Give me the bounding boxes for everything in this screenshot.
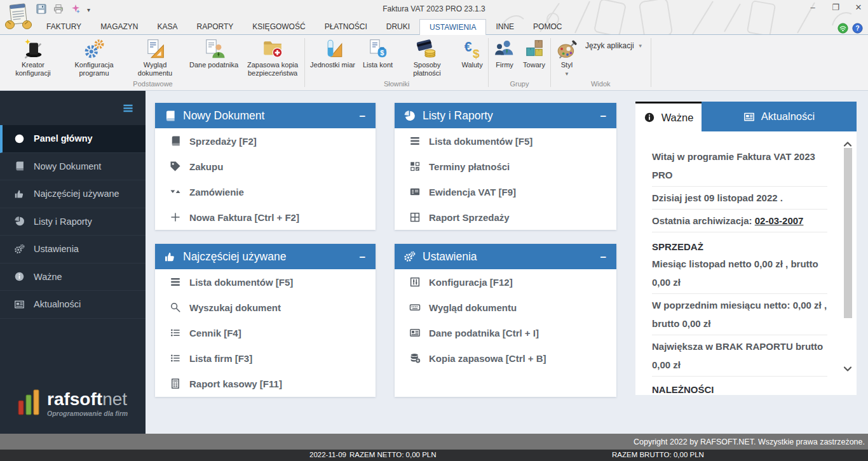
tab-platnosci[interactable]: PŁATNOŚCI [315,19,377,34]
goods-icon [524,38,545,60]
item-dane-podatnika[interactable]: Dane podatnika [Ctrl + I] [395,320,616,345]
dashboard-icon [14,133,25,144]
sidebar-item-ustawienia[interactable]: Ustawienia [0,236,146,264]
rafsoft-logo: rafsoftnet Oprogramowanie dla firm [0,388,146,434]
copyright-bar: Copyright 2022 by RAFSOFT.NET. Wszystkie… [0,434,868,450]
sidebar-item-panel-glowny[interactable]: Panel główny [0,125,146,153]
item-lista-firm[interactable]: Lista firm [F3] [155,345,376,371]
towary-button[interactable]: Towary [519,36,549,69]
tab-aktualnosci[interactable]: Aktualności [702,102,857,131]
item-nowa-faktura[interactable]: Nowa Faktura [Ctrl + F2] [155,204,376,230]
group-label-grupy: Grupy [490,80,549,90]
vat-card-icon [409,186,421,197]
item-zakupu[interactable]: Zakupu [155,154,376,179]
chevron-down-icon: ▼ [638,41,643,49]
item-zamowienie[interactable]: Zamówienie [155,179,376,204]
kreator-konfiguracji-button[interactable]: Kreator konfiguracji [3,36,64,77]
scroll-up-icon[interactable] [843,139,852,147]
ribbon-separator [550,38,551,87]
book-icon [164,110,176,122]
ribbon-button-label: Towary [523,61,545,69]
sales-line: Miesiąc listopad netto 0,00 zł , brutto … [652,253,827,294]
sidebar-item-najczesciej-uzywane[interactable]: Najczęściej używane [0,180,146,208]
sidebar-item-listy-i-raporty[interactable]: Listy i Raporty [0,208,146,236]
styl-button[interactable]: Styl▼ [552,36,581,77]
sidebar-item-label: Panel główny [34,133,93,144]
jezyk-aplikacji-dropdown[interactable]: Język aplikacji▼ [581,36,649,50]
titlebar: ▾ Faktura VAT 2023 PRO 23.1.3 – ❐ ✕ [0,0,868,19]
sidebar-item-wazne[interactable]: Ważne [0,264,146,291]
sort-triangles-icon [170,186,181,197]
tab-inne[interactable]: INNE [486,19,524,34]
konfiguracja-programu-button[interactable]: Konfiguracja programu [64,36,125,77]
lista-kont-button[interactable]: Lista kont [359,36,397,69]
item-wyglad-dokumentu[interactable]: Wygląd dokumentu [395,295,616,320]
tab-wazne[interactable]: Ważne [635,102,702,131]
ribbon-button-label: Jednostki miar [310,61,355,69]
close-button[interactable]: ✕ [853,3,864,13]
panel-title: Ustawienia [423,250,477,264]
ribbon-button-label: Wygląd dokumentu [128,61,182,77]
payment-methods-icon [416,38,438,60]
minimize-button[interactable]: – [807,3,818,13]
item-wyszukaj-dokument[interactable]: Wyszukaj dokument [155,295,376,320]
help-icon[interactable] [852,23,863,34]
scroll-down-icon[interactable] [843,364,852,371]
sidebar-item-nowy-dokument[interactable]: Nowy Dokument [0,153,146,181]
sales-heading: SPRZEDAŻ [652,241,827,253]
firmy-button[interactable]: Firmy [490,36,519,69]
tab-pomoc[interactable]: POMOC [524,19,571,34]
item-cennik[interactable]: Cennik [F4] [155,320,376,345]
sidebar-item-aktualnosci[interactable]: Aktualności [0,291,146,319]
collapse-button[interactable]: – [360,251,365,262]
tab-kasa[interactable]: KASA [147,19,187,34]
collapse-button[interactable]: – [600,110,606,121]
menu-icon[interactable] [122,103,134,114]
archive-date-link[interactable]: 02-03-2007 [755,215,804,226]
waluty-button[interactable]: Waluty [458,36,487,69]
item-raport-sprzedazy[interactable]: Raport Sprzedaży [395,204,616,230]
tab-ksiegowosc[interactable]: KSIĘGOWOŚĆ [243,19,315,34]
tab-druki[interactable]: DRUKI [377,19,419,34]
item-ewidencja-vat[interactable]: Ewidencja VAT [F9] [395,179,616,204]
item-label: Terminy płatności [429,161,510,172]
tab-magazyn[interactable]: MAGAZYN [91,19,147,34]
jednostki-miar-button[interactable]: Jednostki miar [306,36,359,69]
scrollbar-thumb[interactable] [844,148,852,318]
item-konfiguracja[interactable]: Konfiguracja [F12] [395,269,616,295]
item-terminy-platnosci[interactable]: Terminy płatności [395,154,616,179]
chevron-down-icon: ▼ [564,71,569,77]
ribbon-button-label: Zapasowa kopia bezpieczeństwa [246,61,299,77]
tab-raporty[interactable]: RAPORTY [187,19,243,34]
status-gross-total: RAZEM BRUTTO: 0,00 PLN [612,451,704,458]
collapse-button[interactable]: – [600,251,606,262]
copyright-text: Copyright 2022 by RAFSOFT.NET. Wszystkie… [634,438,865,446]
item-sprzedazy[interactable]: Sprzedaży [F2] [155,128,376,154]
item-lista-dokumentow[interactable]: Lista dokumentów [F5] [395,128,616,154]
panel-listy-i-raporty: Listy i Raporty – Lista dokumentów [F5] … [395,103,616,230]
info-content: Witaj w programie Faktura VAT 2023 PRO D… [635,131,857,395]
item-kopia-zapasowa[interactable]: Kopia zapasowa [Ctrl + B] [395,345,616,371]
info-icon [644,112,655,123]
item-raport-kasowy[interactable]: Raport kasowy [F11] [155,371,376,396]
welcome-text: Witaj w programie Faktura VAT 2023 PRO [652,145,827,187]
dane-podatnika-button[interactable]: Dane podatnika [186,36,242,69]
ribbon-button-label: Lista kont [363,61,393,69]
collapse-button[interactable]: – [360,110,365,121]
group-label-widok: Widok [552,80,649,90]
group-label-podstawowe: Podstawowe [3,80,303,90]
item-label: Nowa Faktura [Ctrl + F2] [189,212,299,223]
online-status-icon[interactable] [837,23,848,34]
wyglad-dokumentu-button[interactable]: Wygląd dokumentu [125,36,186,77]
book-icon [14,161,25,171]
ribbon-separator [651,38,651,87]
zapasowa-kopia-button[interactable]: Zapasowa kopia bezpieczeństwa [242,36,303,77]
sposoby-platnosci-button[interactable]: Sposoby płatności [397,36,458,77]
item-lista-dokumentow[interactable]: Lista dokumentów [F5] [155,269,376,295]
tab-faktury[interactable]: FAKTURY [37,19,91,34]
panel-header: Najczęściej używane – [155,244,376,269]
tab-ustawienia[interactable]: USTAWIENIA [419,19,486,35]
calc-doc-icon [170,378,181,389]
restore-button[interactable]: ❐ [830,3,841,13]
item-label: Raport kasowy [F11] [189,378,282,389]
